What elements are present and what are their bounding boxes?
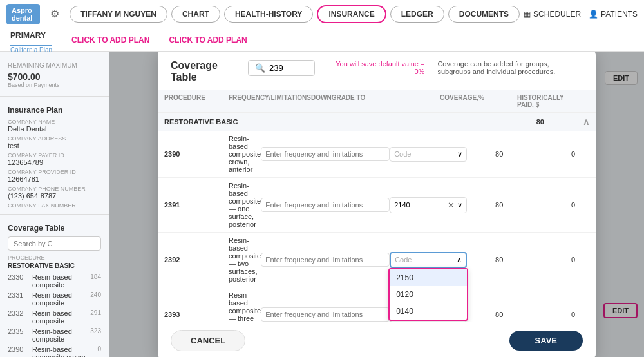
tab-patient[interactable]: TIFFANY M NGUYEN [70,6,167,23]
tab-documents[interactable]: DOCUMENTS [448,6,520,23]
nav-right: ▦ SCHEDULER 👤 PATIENTS [524,10,638,19]
modal-header: Coverage Table 🔍 You will save default v… [158,52,596,90]
table-header: PROCEDURE FREQUENCY/LIMITATIONS DOWNGRAD… [158,90,596,113]
sub-nav: PRIMARY California Plan CLICK TO ADD PLA… [0,28,644,52]
coverage-table-modal: Coverage Table 🔍 You will save default v… [158,52,596,357]
table-row: 2390 Resin-based composite crown, anteri… [158,131,596,178]
list-item: 2332 Resin-based composite 291 [8,308,101,326]
coverage-table-sidebar: Coverage Table PROCEDURE RESTORATIVE BAS… [0,218,109,357]
tab-ledger[interactable]: LEDGER [390,6,444,23]
sidebar: REMAINING MAXIMUM $700.00 Based on Payme… [0,52,109,357]
modal-title: Coverage Table [171,60,235,83]
chevron-down-icon: ∨ [457,201,462,209]
modal-search-box[interactable]: 🔍 [248,60,315,76]
list-item: 2335 Resin-based composite 323 [8,326,101,344]
collapse-icon[interactable]: ∧ [583,117,589,127]
tab-health-history[interactable]: HEALTH-HISTORY [224,6,313,23]
primary-plan-tab[interactable]: PRIMARY California Plan [10,26,52,53]
content-area: EDIT EDIT Coverage Table 🔍 You will save… [109,52,644,357]
freq-input-2393[interactable] [261,307,390,322]
scheduler-button[interactable]: ▦ SCHEDULER [524,10,581,19]
search-icon: 🔍 [255,63,265,73]
cancel-button[interactable]: CANCEL [171,330,245,351]
top-nav: Aspro dental ⚙ TIFFANY M NGUYEN CHART HE… [0,0,644,28]
main-content: REMAINING MAXIMUM $700.00 Based on Payme… [0,52,644,357]
dropdown-option-0140[interactable]: 0140 [390,303,467,320]
add-plan-button-2[interactable]: CLICK TO ADD PLAN [169,35,247,44]
table-row: 2393 Resin-based composite — three surfa… [158,287,596,322]
tab-chart[interactable]: CHART [171,6,220,23]
gear-icon[interactable]: ⚙ [50,8,59,20]
tab-insurance[interactable]: INSURANCE [317,5,386,23]
downgrade-container-2392: Code ∧ 2150 0120 0140 [390,252,467,268]
logo: Aspro dental [6,4,40,24]
table-row: 2391 Resin-based composite — one surface… [158,178,596,233]
remaining-max-section: REMAINING MAXIMUM $700.00 Based on Payme… [0,58,109,92]
company-provider-id-field: COMPANY PROVIDER ID 12664781 [0,168,109,184]
list-item: 2330 Resin-based composite 184 [8,272,101,290]
list-item: 2390 Resin-based composite crown, anteri… [8,344,101,357]
modal-info-right: Coverage can be added for groups, subgro… [437,60,583,75]
clear-downgrade-2391[interactable]: ✕ [448,200,455,210]
downgrade-select-2390[interactable]: Code ∨ [390,147,467,162]
add-plan-button-1[interactable]: CLICK TO ADD PLAN [71,35,149,44]
dropdown-option-2150[interactable]: 2150 [390,269,467,286]
chevron-up-icon: ∧ [457,256,462,264]
section-restorative-basic: RESTORATIVE BASIC 80 ∧ [158,113,596,131]
downgrade-select-2391[interactable]: 2140 ✕ ∨ [390,197,467,213]
company-phone-field: COMPANY PHONE NUMBER (123) 654-8787 [0,184,109,201]
downgrade-select-2392[interactable]: Code ∧ [390,252,467,268]
company-address-field: COMPANY ADDRESS test [0,134,109,151]
company-payer-id-field: COMPANY PAYER ID 123654789 [0,151,109,168]
dropdown-option-0120[interactable]: 0120 [390,286,467,303]
freq-input-2391[interactable] [261,198,390,212]
list-item: 2331 Resin-based composite 240 [8,290,101,308]
freq-input-2392[interactable] [261,253,390,267]
chevron-down-icon: ∨ [457,150,462,159]
save-button[interactable]: SAVE [509,331,583,351]
scheduler-icon: ▦ [524,10,531,19]
freq-input-2390[interactable] [261,147,390,161]
search-input[interactable] [269,63,308,73]
company-name-field: COMPANY NAME Delta Dental [0,117,109,134]
patients-button[interactable]: 👤 PATIENTS [589,10,638,19]
modal-backdrop: Coverage Table 🔍 You will save default v… [109,52,644,357]
modal-info-left: You will save default value = 0% [328,60,424,75]
modal-footer: CANCEL SAVE [158,322,596,357]
patients-icon: 👤 [589,10,598,19]
company-fax-field: COMPANY FAX NUMBER [0,201,109,210]
coverage-search-input[interactable] [8,236,101,251]
downgrade-dropdown-2392: 2150 0120 0140 [388,268,468,321]
modal-table: PROCEDURE FREQUENCY/LIMITATIONS DOWNGRAD… [158,90,596,322]
table-row: 2392 Resin-based composite — two surface… [158,233,596,287]
